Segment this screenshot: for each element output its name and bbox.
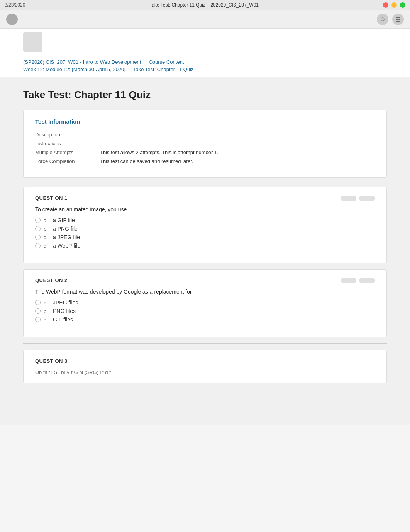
points-box-1b xyxy=(359,196,375,201)
minimize-icon[interactable] xyxy=(391,2,397,8)
breadcrumb-course-content[interactable]: Course Content xyxy=(149,59,184,65)
browser-tab-title: Take Test: Chapter 11 Quiz – 202020_CIS_… xyxy=(149,2,259,8)
question-3-label: QUESTION 3 xyxy=(35,358,68,364)
test-info-value xyxy=(97,139,375,148)
lms-logo xyxy=(23,32,42,52)
question-block-3: QUESTION 3 Ob fit f i S l bl V t G hi (S… xyxy=(23,350,387,383)
question-2-label: QUESTION 2 xyxy=(35,277,68,283)
answer-letter: a. xyxy=(44,300,50,306)
answer-radio[interactable] xyxy=(35,218,41,223)
answer-item[interactable]: c.a JPEG file xyxy=(35,234,375,240)
answer-item[interactable]: b.PNG files xyxy=(35,308,375,314)
answer-radio[interactable] xyxy=(35,308,41,314)
test-info-label: Force Completion xyxy=(35,157,97,166)
points-box-2a xyxy=(341,278,356,283)
test-info-row: Force CompletionThis test can be saved a… xyxy=(35,157,375,166)
question-1-points xyxy=(341,196,375,201)
question-2-answers: a.JPEG filesb.PNG filesc.GIF files xyxy=(35,299,375,323)
answer-text: a JPEG file xyxy=(53,234,80,240)
answer-letter: c. xyxy=(44,317,50,323)
breadcrumb-quiz[interactable]: Take Test: Chapter 11 Quiz xyxy=(133,66,194,72)
answer-letter: b. xyxy=(44,226,50,232)
breadcrumb-week[interactable]: Week 12: Module 12: [March 30-April 5, 2… xyxy=(23,66,125,72)
answer-text: a GIF file xyxy=(53,217,75,223)
answer-item[interactable]: c.GIF files xyxy=(35,316,375,323)
breadcrumb: (SP2020) CIS_207_W01 - Intro to Web Deve… xyxy=(0,56,410,77)
answer-text: a PNG file xyxy=(53,226,78,232)
browser-window-controls xyxy=(383,2,405,8)
lms-header xyxy=(0,29,410,56)
breadcrumb-course[interactable]: (SP2020) CIS_207_W01 - Intro to Web Deve… xyxy=(23,59,141,65)
browser-top-bar: 3/23/2020 Take Test: Chapter 11 Quiz – 2… xyxy=(0,0,410,10)
nav-icon-bell[interactable]: ☺ xyxy=(377,14,388,25)
section-divider xyxy=(23,343,387,344)
answer-item[interactable]: b.a PNG file xyxy=(35,226,375,232)
answer-letter: c. xyxy=(44,235,50,240)
answer-radio[interactable] xyxy=(35,317,41,322)
answer-radio[interactable] xyxy=(35,243,41,248)
answer-item[interactable]: a.a GIF file xyxy=(35,217,375,223)
avatar xyxy=(6,14,18,25)
question-2-text: The WebP format was developed by Google … xyxy=(35,289,375,295)
question-1-text: To create an animated image, you use xyxy=(35,206,375,212)
test-info-value: This test allows 2 attempts. This is att… xyxy=(97,148,375,157)
nav-bar: ☺ ☰ xyxy=(0,10,410,29)
page-title: Take Test: Chapter 11 Quiz xyxy=(23,89,387,101)
answer-radio[interactable] xyxy=(35,235,41,240)
question-1-answers: a.a GIF fileb.a PNG filec.a JPEG filed.a… xyxy=(35,217,375,249)
question-3-text: Ob fit f i S l bl V t G hi (SVG) i t d f xyxy=(35,369,375,375)
test-info-label: Instructions xyxy=(35,139,97,148)
points-box-2b xyxy=(359,278,375,283)
test-info-row: Description xyxy=(35,130,375,139)
question-1-label: QUESTION 1 xyxy=(35,195,68,201)
answer-letter: d. xyxy=(44,243,50,249)
answer-text: GIF files xyxy=(53,316,73,323)
browser-date: 3/23/2020 xyxy=(5,2,25,8)
points-box-1a xyxy=(341,196,356,201)
close-icon[interactable] xyxy=(383,2,388,8)
answer-radio[interactable] xyxy=(35,226,41,231)
test-info-value: This test can be saved and resumed later… xyxy=(97,157,375,166)
question-block-2: QUESTION 2 The WebP format was developed… xyxy=(23,269,387,337)
test-info-row: Instructions xyxy=(35,139,375,148)
test-info-value xyxy=(97,130,375,139)
answer-item[interactable]: a.JPEG files xyxy=(35,299,375,306)
question-2-points xyxy=(341,278,375,283)
test-info-table: DescriptionInstructionsMultiple Attempts… xyxy=(35,130,375,166)
maximize-icon[interactable] xyxy=(400,2,405,8)
test-info-box: Test Information DescriptionInstructions… xyxy=(23,110,387,178)
main-content: Take Test: Chapter 11 Quiz Test Informat… xyxy=(0,77,410,425)
answer-text: a WebP file xyxy=(53,243,80,249)
test-info-row: Multiple AttemptsThis test allows 2 atte… xyxy=(35,148,375,157)
test-info-label: Multiple Attempts xyxy=(35,148,97,157)
answer-radio[interactable] xyxy=(35,300,41,305)
answer-letter: b. xyxy=(44,308,50,314)
answer-text: JPEG files xyxy=(53,299,78,306)
nav-icon-menu[interactable]: ☰ xyxy=(392,14,404,25)
answer-item[interactable]: d.a WebP file xyxy=(35,243,375,249)
test-info-heading: Test Information xyxy=(35,118,375,125)
answer-text: PNG files xyxy=(53,308,76,314)
question-block-1: QUESTION 1 To create an animated image, … xyxy=(23,187,387,263)
answer-letter: a. xyxy=(44,218,50,223)
logo-image xyxy=(23,32,42,52)
test-info-label: Description xyxy=(35,130,97,139)
